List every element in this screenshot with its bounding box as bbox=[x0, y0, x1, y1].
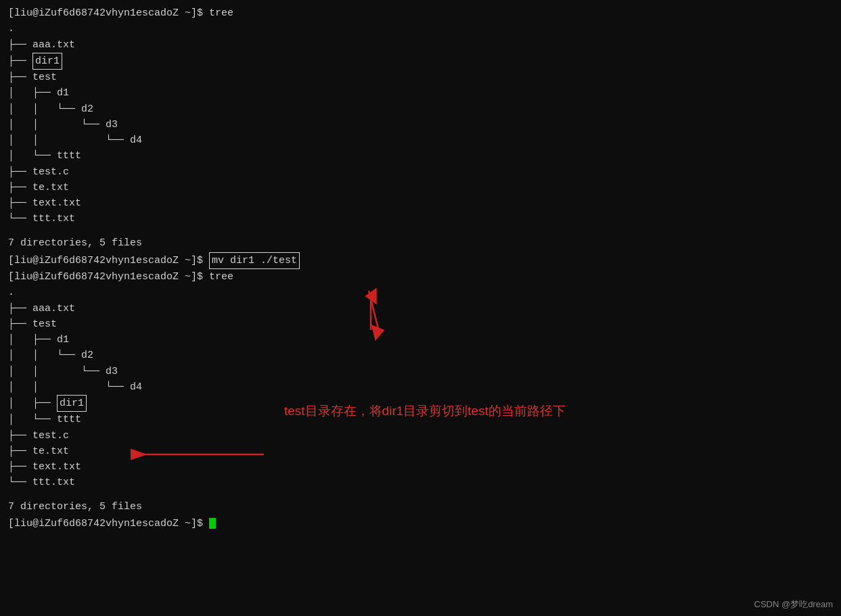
tree-dir1-top: ├── dir1 bbox=[8, 53, 833, 70]
prompt-mv: [liu@iZuf6d68742vhyn1escadoZ ~]$ bbox=[8, 255, 203, 266]
last-prompt: [liu@iZuf6d68742vhyn1escadoZ ~]$ bbox=[8, 518, 203, 529]
tree-test-2: ├── test bbox=[8, 316, 833, 332]
cmd-line-2: [liu@iZuf6d68742vhyn1escadoZ ~]$ tree bbox=[8, 269, 833, 285]
tree-d1-2: │ ├── d1 bbox=[8, 332, 833, 348]
tree-tetxt-1: ├── te.txt bbox=[8, 180, 833, 195]
mv-cmd-highlighted: mv dir1 ./test bbox=[209, 252, 300, 269]
annotation-text: test目录存在，将dir1目录剪切到test的当前路径下 bbox=[284, 402, 566, 420]
terminal-window: [liu@iZuf6d68742vhyn1escadoZ ~]$ tree . … bbox=[0, 0, 841, 537]
tree-aaa-2: ├── aaa.txt bbox=[8, 301, 833, 316]
tree-tetxt-2: ├── te.txt bbox=[8, 444, 833, 459]
tree-aaa: ├── aaa.txt bbox=[8, 37, 833, 53]
cmd-line-mv: [liu@iZuf6d68742vhyn1escadoZ ~]$ mv dir1… bbox=[8, 252, 833, 269]
last-prompt-line: [liu@iZuf6d68742vhyn1escadoZ ~]$ bbox=[8, 516, 833, 531]
tree-texttxt-1: ├── text.txt bbox=[8, 195, 833, 211]
tree-d4-1: │ │ └── d4 bbox=[8, 133, 833, 148]
watermark: CSDN @梦吃dream bbox=[754, 598, 834, 611]
tree-d3-2: │ │ └── d3 bbox=[8, 364, 833, 379]
cursor bbox=[209, 518, 216, 529]
tree-dot-1: . bbox=[8, 21, 833, 37]
tree-cmd-2: tree bbox=[209, 271, 233, 283]
tree-testc-2: ├── test.c bbox=[8, 428, 833, 444]
prompt-1: [liu@iZuf6d68742vhyn1escadoZ ~]$ bbox=[8, 7, 203, 19]
tree-cmd-1: tree bbox=[209, 7, 233, 19]
summary-2: 7 directories, 5 files bbox=[8, 499, 833, 515]
tree-d2-2: │ │ └── d2 bbox=[8, 348, 833, 363]
tree-d4-2: │ │ └── d4 bbox=[8, 379, 833, 395]
tree-texttxt-2: ├── text.txt bbox=[8, 459, 833, 475]
tree-test-1: ├── test bbox=[8, 70, 833, 85]
dir1-highlighted-1: dir1 bbox=[32, 53, 62, 70]
dir1-highlighted-2: dir1 bbox=[57, 395, 87, 412]
tree-ttttxt-2: └── ttt.txt bbox=[8, 475, 833, 490]
tree-dot-2: . bbox=[8, 285, 833, 300]
tree-d2-1: │ │ └── d2 bbox=[8, 101, 833, 117]
tree-d3-1: │ │ └── d3 bbox=[8, 117, 833, 133]
tree-tttt-1: │ └── tttt bbox=[8, 148, 833, 164]
prompt-2: [liu@iZuf6d68742vhyn1escadoZ ~]$ bbox=[8, 271, 203, 283]
summary-1: 7 directories, 5 files bbox=[8, 235, 833, 251]
tree-d1-1: │ ├── d1 bbox=[8, 85, 833, 101]
tree-testc-1: ├── test.c bbox=[8, 164, 833, 180]
cmd-line-1: [liu@iZuf6d68742vhyn1escadoZ ~]$ tree bbox=[8, 5, 833, 21]
tree-ttttxt-1: └── ttt.txt bbox=[8, 211, 833, 227]
